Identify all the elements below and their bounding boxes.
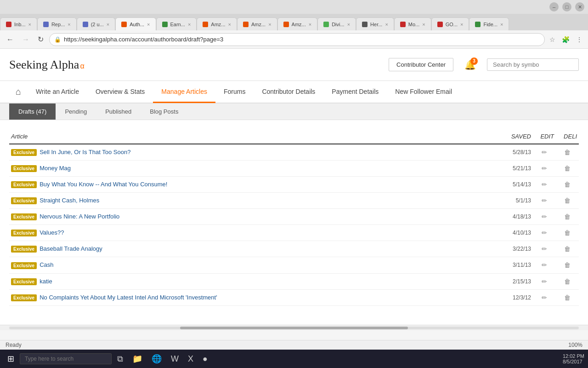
browser-tab-amz2[interactable]: Amz...× (237, 17, 277, 30)
edit-icon[interactable]: ✏ (542, 149, 547, 156)
maximize-button[interactable]: □ (562, 2, 571, 12)
scrollbar[interactable] (0, 325, 588, 330)
article-title-link[interactable]: Values?? (40, 229, 64, 236)
tab-close-seeking1[interactable]: × (107, 22, 109, 27)
tab-label-fide: Fide... (483, 22, 498, 27)
delete-icon[interactable]: 🗑 (564, 245, 571, 253)
delete-icon[interactable]: 🗑 (564, 149, 571, 156)
edit-icon[interactable]: ✏ (542, 165, 547, 172)
article-title-link[interactable]: Nervous Nine: A New Portfolio (40, 213, 119, 220)
tab-favicon-fide (475, 22, 481, 27)
tab-close-her[interactable]: × (385, 22, 388, 27)
delete-icon[interactable]: 🗑 (564, 181, 571, 188)
logo[interactable]: Seeking Alpha α (9, 58, 85, 72)
edit-icon[interactable]: ✏ (542, 245, 547, 253)
menu-button[interactable]: ⋮ (574, 35, 584, 44)
browser-tab-amz1[interactable]: Amz...× (197, 17, 237, 30)
browser-tab-divi[interactable]: Divi...× (317, 17, 356, 30)
forward-button[interactable]: → (19, 34, 32, 45)
article-tab-drafts[interactable]: Drafts (47) (9, 104, 56, 120)
browser-tab-amz3[interactable]: Amz...× (277, 17, 318, 30)
tab-close-auth[interactable]: × (147, 22, 150, 27)
delete-icon[interactable]: 🗑 (564, 278, 571, 285)
browser-tab-seeking1[interactable]: (2 u...× (77, 17, 116, 30)
tab-label-go: GO... (446, 22, 458, 27)
edit-icon[interactable]: ✏ (542, 278, 547, 285)
browser-tab-auth[interactable]: Auth...× (115, 17, 156, 30)
home-icon[interactable]: ⌂ (9, 81, 28, 103)
tab-close-mo[interactable]: × (422, 22, 425, 27)
table-row: ExclusiveSell In June, Or Is That Too So… (9, 144, 579, 161)
tab-close-go[interactable]: × (460, 22, 463, 27)
article-tab-published[interactable]: Published (96, 104, 141, 120)
tab-favicon-earn (162, 22, 168, 27)
tab-close-amz1[interactable]: × (228, 22, 231, 27)
tab-close-divi[interactable]: × (347, 22, 350, 27)
browser-tab-go[interactable]: GO...× (431, 17, 469, 30)
nav-item-contributor[interactable]: Contributor Details (254, 81, 323, 103)
article-title-link[interactable]: Straight Cash, Holmes (40, 197, 99, 204)
contributor-center-button[interactable]: Contributor Center (389, 58, 453, 71)
browser-tab-mu[interactable]: Rep...× (37, 17, 77, 30)
nav-item-forums[interactable]: Forums (215, 81, 254, 103)
delete-icon[interactable]: 🗑 (564, 165, 571, 172)
article-title-link[interactable]: Cash (40, 261, 53, 268)
close-button[interactable]: ✕ (575, 2, 584, 12)
tab-close-mu[interactable]: × (68, 22, 70, 27)
edit-icon[interactable]: ✏ (542, 181, 547, 188)
article-title-link[interactable]: Buy What You Know -- And What You Consum… (40, 181, 167, 188)
extension-button[interactable]: 🧩 (560, 35, 571, 44)
nav-item-overview[interactable]: Overview & Stats (87, 81, 153, 103)
delete-icon[interactable]: 🗑 (564, 213, 571, 220)
edit-icon[interactable]: ✏ (542, 261, 547, 269)
browser-tab-fide[interactable]: Fide...× (469, 17, 509, 30)
article-title-link[interactable]: Sell In June, Or Is That Too Soon? (40, 149, 130, 155)
edit-icon[interactable]: ✏ (542, 197, 547, 204)
exclusive-badge: Exclusive (11, 262, 37, 269)
back-button[interactable]: ← (4, 34, 17, 45)
saved-date: 5/14/13 (480, 177, 533, 193)
table-row: ExclusiveMoney Mag5/21/13✏🗑 (9, 161, 579, 177)
delete-icon[interactable]: 🗑 (564, 261, 571, 269)
delete-icon[interactable]: 🗑 (564, 197, 571, 204)
reload-button[interactable]: ↻ (35, 34, 46, 45)
tab-favicon-amz1 (203, 22, 208, 27)
tab-favicon-mu (43, 22, 49, 27)
edit-icon[interactable]: ✏ (542, 213, 547, 220)
tab-close-earn[interactable]: × (188, 22, 191, 27)
article-tab-blog[interactable]: Blog Posts (141, 104, 187, 120)
tab-close-fide[interactable]: × (500, 22, 503, 27)
bookmark-button[interactable]: ☆ (548, 35, 557, 44)
saved-date: 2/15/13 (480, 273, 533, 289)
article-title-link[interactable]: Baseball Trade Analogy (40, 245, 102, 252)
nav-item-write[interactable]: Write an Article (28, 81, 87, 103)
article-title-link[interactable]: No Complaints Yet About My Latest Intel … (40, 294, 217, 301)
browser-tab-mo[interactable]: Mo...× (394, 17, 431, 30)
delete-icon[interactable]: 🗑 (564, 294, 571, 301)
article-tab-pending[interactable]: Pending (56, 104, 96, 120)
nav-item-manage[interactable]: Manage Articles (153, 81, 215, 103)
edit-col-header: EDIT (533, 129, 556, 144)
tab-close-amz3[interactable]: × (309, 22, 311, 27)
article-col-header: Article (9, 129, 480, 144)
minimize-button[interactable]: – (549, 2, 559, 12)
edit-icon[interactable]: ✏ (542, 229, 547, 236)
article-title-link[interactable]: katie (40, 278, 52, 285)
edit-icon[interactable]: ✏ (542, 294, 547, 301)
tab-close-gmail[interactable]: × (28, 22, 31, 27)
notification-button[interactable]: 🔔 3 (463, 58, 478, 72)
omnibar[interactable]: 🔒 https://seekingalpha.com/account/autho… (49, 33, 545, 46)
browser-tab-gmail[interactable]: Inb...× (0, 17, 37, 30)
tab-bar: Inb...×Rep...×(2 u...×Auth...×Earn...×Am… (0, 14, 588, 30)
nav-item-payment[interactable]: Payment Details (323, 81, 387, 103)
search-input[interactable] (487, 58, 579, 71)
table-row: ExclusiveNervous Nine: A New Portfolio4/… (9, 209, 579, 225)
delete-icon[interactable]: 🗑 (564, 229, 571, 236)
article-title-link[interactable]: Money Mag (40, 165, 71, 172)
tab-close-amz2[interactable]: × (268, 22, 271, 27)
exclusive-badge: Exclusive (11, 181, 37, 188)
browser-tab-earn[interactable]: Earn...× (156, 17, 197, 30)
browser-tab-her[interactable]: Her...× (356, 17, 394, 30)
logo-alpha: α (80, 62, 84, 70)
nav-item-follower[interactable]: New Follower Email (387, 81, 460, 103)
